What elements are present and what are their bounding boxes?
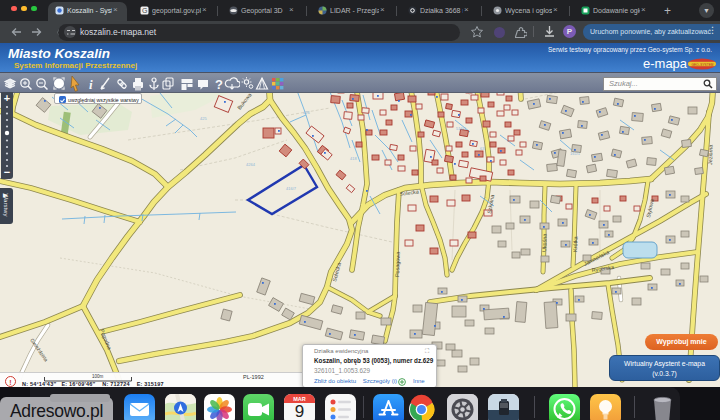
svg-text:Krótka: Krótka xyxy=(572,236,579,252)
svg-text:Ukośna: Ukośna xyxy=(541,234,548,252)
svg-text:G: G xyxy=(142,7,147,14)
svg-text:418: 418 xyxy=(350,156,357,161)
svg-text:425: 425 xyxy=(200,116,207,121)
svg-text:516/1: 516/1 xyxy=(456,126,467,131)
svg-text:63: 63 xyxy=(480,146,485,151)
svg-text:426: 426 xyxy=(303,110,310,115)
svg-text:Jeziorna: Jeziorna xyxy=(707,144,714,165)
svg-text:416/7: 416/7 xyxy=(286,186,297,191)
svg-text:GEO–SYSTEM: GEO–SYSTEM xyxy=(692,63,714,67)
svg-text:161/1: 161/1 xyxy=(570,151,581,156)
svg-text:i: i xyxy=(89,77,93,92)
svg-text:Posagowa: Posagowa xyxy=(394,252,401,277)
svg-text:?: ? xyxy=(215,77,223,92)
svg-text:4264: 4264 xyxy=(246,162,256,167)
